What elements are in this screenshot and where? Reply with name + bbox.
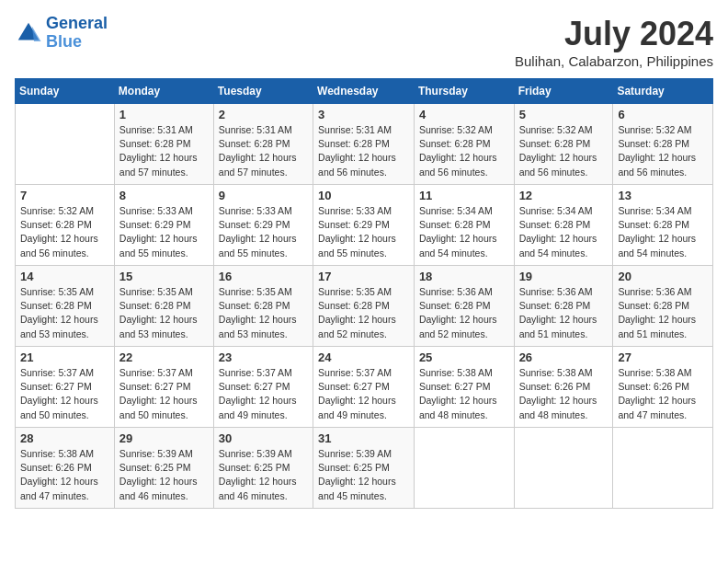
- day-number: 18: [419, 270, 509, 283]
- day-info: Sunrise: 5:32 AM Sunset: 6:28 PM Dayligh…: [618, 123, 708, 179]
- calendar-cell: 28Sunrise: 5:38 AM Sunset: 6:26 PM Dayli…: [16, 428, 115, 509]
- day-info: Sunrise: 5:34 AM Sunset: 6:28 PM Dayligh…: [419, 204, 509, 260]
- day-number: 22: [119, 350, 209, 364]
- calendar-cell: 1Sunrise: 5:31 AM Sunset: 6:28 PM Daylig…: [114, 104, 213, 185]
- logo-icon: [15, 19, 42, 47]
- calendar-table: SundayMondayTuesdayWednesdayThursdayFrid…: [15, 78, 713, 509]
- day-header-monday: Monday: [114, 79, 213, 104]
- day-info: Sunrise: 5:37 AM Sunset: 6:27 PM Dayligh…: [318, 366, 409, 422]
- day-number: 8: [119, 189, 209, 202]
- day-info: Sunrise: 5:38 AM Sunset: 6:26 PM Dayligh…: [20, 447, 109, 503]
- day-number: 28: [20, 431, 109, 445]
- calendar-cell: [613, 428, 713, 509]
- day-number: 26: [519, 350, 609, 364]
- day-info: Sunrise: 5:31 AM Sunset: 6:28 PM Dayligh…: [119, 123, 209, 179]
- week-row-4: 21Sunrise: 5:37 AM Sunset: 6:27 PM Dayli…: [16, 347, 713, 428]
- day-number: 17: [318, 270, 409, 283]
- day-number: 24: [318, 350, 409, 364]
- calendar-cell: 20Sunrise: 5:36 AM Sunset: 6:28 PM Dayli…: [613, 266, 713, 347]
- calendar-cell: 6Sunrise: 5:32 AM Sunset: 6:28 PM Daylig…: [613, 104, 713, 185]
- day-info: Sunrise: 5:39 AM Sunset: 6:25 PM Dayligh…: [219, 447, 308, 503]
- day-header-sunday: Sunday: [16, 79, 115, 104]
- calendar-cell: 3Sunrise: 5:31 AM Sunset: 6:28 PM Daylig…: [313, 104, 415, 185]
- calendar-cell: 24Sunrise: 5:37 AM Sunset: 6:27 PM Dayli…: [313, 347, 415, 428]
- calendar-cell: 29Sunrise: 5:39 AM Sunset: 6:25 PM Dayli…: [114, 428, 213, 509]
- day-number: 4: [419, 108, 509, 121]
- day-number: 7: [20, 189, 109, 202]
- calendar-cell: 7Sunrise: 5:32 AM Sunset: 6:28 PM Daylig…: [16, 185, 115, 266]
- day-header-wednesday: Wednesday: [313, 79, 415, 104]
- day-number: 23: [219, 350, 308, 364]
- calendar-cell: 2Sunrise: 5:31 AM Sunset: 6:28 PM Daylig…: [213, 104, 313, 185]
- calendar-cell: 26Sunrise: 5:38 AM Sunset: 6:26 PM Dayli…: [514, 347, 613, 428]
- calendar-cell: 5Sunrise: 5:32 AM Sunset: 6:28 PM Daylig…: [514, 104, 613, 185]
- day-number: 5: [519, 108, 609, 121]
- calendar-cell: 18Sunrise: 5:36 AM Sunset: 6:28 PM Dayli…: [414, 266, 514, 347]
- day-number: 9: [219, 189, 308, 202]
- day-info: Sunrise: 5:32 AM Sunset: 6:28 PM Dayligh…: [419, 123, 509, 179]
- day-info: Sunrise: 5:39 AM Sunset: 6:25 PM Dayligh…: [119, 447, 209, 503]
- calendar-cell: 22Sunrise: 5:37 AM Sunset: 6:27 PM Dayli…: [114, 347, 213, 428]
- day-number: 14: [20, 270, 109, 283]
- day-info: Sunrise: 5:38 AM Sunset: 6:27 PM Dayligh…: [419, 366, 509, 422]
- calendar-cell: 13Sunrise: 5:34 AM Sunset: 6:28 PM Dayli…: [613, 185, 713, 266]
- day-info: Sunrise: 5:37 AM Sunset: 6:27 PM Dayligh…: [119, 366, 209, 422]
- day-number: 16: [219, 270, 308, 283]
- day-number: 31: [318, 431, 409, 445]
- day-number: 25: [419, 350, 509, 364]
- day-info: Sunrise: 5:34 AM Sunset: 6:28 PM Dayligh…: [519, 204, 609, 260]
- calendar-cell: 17Sunrise: 5:35 AM Sunset: 6:28 PM Dayli…: [313, 266, 415, 347]
- days-header-row: SundayMondayTuesdayWednesdayThursdayFrid…: [16, 79, 713, 104]
- day-header-saturday: Saturday: [613, 79, 713, 104]
- day-header-tuesday: Tuesday: [213, 79, 313, 104]
- day-info: Sunrise: 5:38 AM Sunset: 6:26 PM Dayligh…: [618, 366, 708, 422]
- calendar-cell: [514, 428, 613, 509]
- page-header: General Blue July 2024 Bulihan, Calabarz…: [15, 15, 713, 69]
- calendar-cell: 4Sunrise: 5:32 AM Sunset: 6:28 PM Daylig…: [414, 104, 514, 185]
- day-info: Sunrise: 5:35 AM Sunset: 6:28 PM Dayligh…: [219, 285, 308, 341]
- week-row-2: 7Sunrise: 5:32 AM Sunset: 6:28 PM Daylig…: [16, 185, 713, 266]
- day-number: 30: [219, 431, 308, 445]
- calendar-cell: 10Sunrise: 5:33 AM Sunset: 6:29 PM Dayli…: [313, 185, 415, 266]
- logo-text: General Blue: [46, 15, 108, 52]
- day-info: Sunrise: 5:39 AM Sunset: 6:25 PM Dayligh…: [318, 447, 409, 503]
- calendar-cell: 25Sunrise: 5:38 AM Sunset: 6:27 PM Dayli…: [414, 347, 514, 428]
- week-row-1: 1Sunrise: 5:31 AM Sunset: 6:28 PM Daylig…: [16, 104, 713, 185]
- day-info: Sunrise: 5:31 AM Sunset: 6:28 PM Dayligh…: [219, 123, 308, 179]
- calendar-cell: 31Sunrise: 5:39 AM Sunset: 6:25 PM Dayli…: [313, 428, 415, 509]
- day-info: Sunrise: 5:32 AM Sunset: 6:28 PM Dayligh…: [519, 123, 609, 179]
- week-row-5: 28Sunrise: 5:38 AM Sunset: 6:26 PM Dayli…: [16, 428, 713, 509]
- day-number: 19: [519, 270, 609, 283]
- day-info: Sunrise: 5:35 AM Sunset: 6:28 PM Dayligh…: [119, 285, 209, 341]
- calendar-cell: 23Sunrise: 5:37 AM Sunset: 6:27 PM Dayli…: [213, 347, 313, 428]
- day-number: 3: [318, 108, 409, 121]
- day-number: 27: [618, 350, 708, 364]
- day-info: Sunrise: 5:33 AM Sunset: 6:29 PM Dayligh…: [119, 204, 209, 260]
- day-info: Sunrise: 5:31 AM Sunset: 6:28 PM Dayligh…: [318, 123, 409, 179]
- day-header-thursday: Thursday: [414, 79, 514, 104]
- calendar-cell: 21Sunrise: 5:37 AM Sunset: 6:27 PM Dayli…: [16, 347, 115, 428]
- logo: General Blue: [15, 15, 108, 52]
- day-number: 10: [318, 189, 409, 202]
- week-row-3: 14Sunrise: 5:35 AM Sunset: 6:28 PM Dayli…: [16, 266, 713, 347]
- day-info: Sunrise: 5:33 AM Sunset: 6:29 PM Dayligh…: [219, 204, 308, 260]
- day-info: Sunrise: 5:37 AM Sunset: 6:27 PM Dayligh…: [219, 366, 308, 422]
- day-info: Sunrise: 5:33 AM Sunset: 6:29 PM Dayligh…: [318, 204, 409, 260]
- calendar-cell: 19Sunrise: 5:36 AM Sunset: 6:28 PM Dayli…: [514, 266, 613, 347]
- calendar-cell: 12Sunrise: 5:34 AM Sunset: 6:28 PM Dayli…: [514, 185, 613, 266]
- calendar-cell: 30Sunrise: 5:39 AM Sunset: 6:25 PM Dayli…: [213, 428, 313, 509]
- day-number: 11: [419, 189, 509, 202]
- calendar-cell: 16Sunrise: 5:35 AM Sunset: 6:28 PM Dayli…: [213, 266, 313, 347]
- calendar-cell: 27Sunrise: 5:38 AM Sunset: 6:26 PM Dayli…: [613, 347, 713, 428]
- day-number: 12: [519, 189, 609, 202]
- location: Bulihan, Calabarzon, Philippines: [515, 53, 713, 69]
- calendar-cell: [16, 104, 115, 185]
- day-info: Sunrise: 5:35 AM Sunset: 6:28 PM Dayligh…: [318, 285, 409, 341]
- day-info: Sunrise: 5:36 AM Sunset: 6:28 PM Dayligh…: [618, 285, 708, 341]
- day-number: 6: [618, 108, 708, 121]
- day-info: Sunrise: 5:34 AM Sunset: 6:28 PM Dayligh…: [618, 204, 708, 260]
- day-header-friday: Friday: [514, 79, 613, 104]
- calendar-cell: 14Sunrise: 5:35 AM Sunset: 6:28 PM Dayli…: [16, 266, 115, 347]
- day-number: 13: [618, 189, 708, 202]
- day-number: 1: [119, 108, 209, 121]
